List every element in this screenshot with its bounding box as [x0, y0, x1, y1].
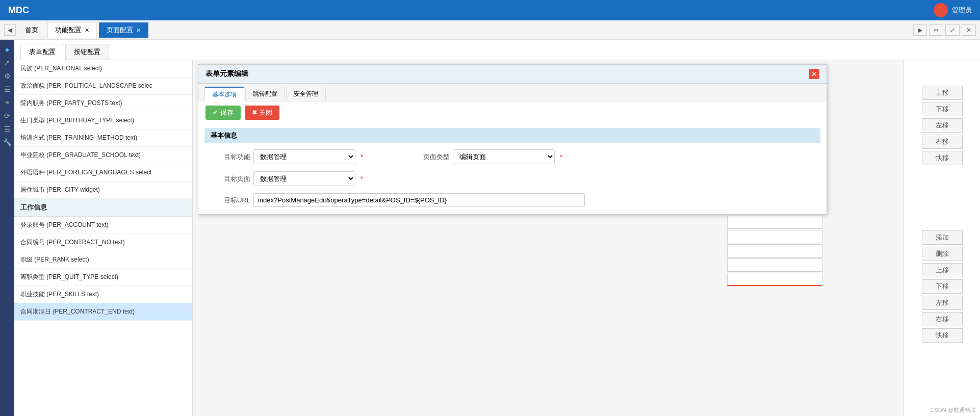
col-input-13[interactable] — [727, 273, 822, 286]
right-btn-right[interactable]: 右移 — [922, 135, 963, 149]
sidebar-icon-menu1[interactable]: ☰ — [2, 84, 13, 95]
tab-func-close[interactable]: ✕ — [85, 27, 89, 34]
form-group-target-func: 目标功能 数据管理 * — [215, 149, 363, 164]
required-star-3: * — [360, 175, 363, 183]
target-page-label: 目标页面 — [215, 174, 250, 184]
section-work-header: 工作信息 — [14, 199, 192, 217]
sidebar-icon-menu3[interactable]: ☰ — [2, 123, 13, 135]
form-group-page-type: 页面类型 编辑页面 * — [414, 149, 562, 164]
sidebar-icon-chart[interactable]: ↗ — [2, 57, 13, 68]
inner-tabs: 表单配置 按钮配置 — [14, 40, 980, 60]
right-btn-up2[interactable]: 上移 — [922, 263, 963, 277]
list-item[interactable]: 职级 (PER_RANK select) — [14, 251, 192, 269]
target-func-label: 目标功能 — [215, 152, 250, 162]
list-item[interactable]: 毕业院校 (PER_GRADUATE_SCHOOL text) — [14, 147, 192, 164]
form-row-1: 目标功能 数据管理 * 页面类型 编辑页面 — [204, 149, 820, 164]
form-row-3: 目标URL — [204, 193, 820, 207]
col-input-9[interactable] — [727, 216, 822, 229]
nav-next-btn[interactable]: ▶ — [913, 24, 927, 36]
modal-close-btn[interactable]: ✕ — [809, 69, 819, 79]
expand-btn[interactable]: ⇔ — [929, 24, 943, 36]
section-basic-info: 基本信息 目标功能 数据管理 * 页面类型 — [204, 128, 820, 207]
modal-tab-security[interactable]: 安全管理 — [286, 87, 326, 101]
sidebar-icon-refresh[interactable]: ⟳ — [2, 110, 13, 121]
sidebar-icon-dot[interactable]: ● — [2, 44, 13, 55]
tab-btn-config[interactable]: 按钮配置 — [65, 44, 109, 60]
user-name: 管理员 — [952, 6, 972, 15]
right-btn-right2[interactable]: 右移 — [922, 312, 963, 326]
page-type-label: 页面类型 — [414, 152, 450, 162]
modal-save-btn[interactable]: ✔ 保存 — [205, 106, 241, 120]
sidebar-icon-gear[interactable]: ⚙ — [2, 70, 13, 82]
list-item[interactable]: 离职类型 (PER_QUIT_TYPE select) — [14, 269, 192, 286]
modal-header: 表单元素编辑 ✕ — [198, 65, 827, 84]
right-btn-down2[interactable]: 下移 — [922, 279, 963, 294]
col-input-11[interactable] — [727, 244, 822, 257]
fullscreen-btn[interactable]: ⤢ — [945, 24, 960, 36]
target-url-input[interactable] — [253, 193, 585, 207]
tabbar: ◀ 首页 功能配置 ✕ 页面配置 ✕ ▶ ⇔ ⤢ ✕ — [0, 20, 980, 40]
app-header: MDC 📍 管理员 — [0, 0, 980, 20]
right-btn-left[interactable]: 左移 — [922, 118, 963, 133]
tabbar-left: ◀ 首页 功能配置 ✕ 页面配置 ✕ — [4, 22, 148, 38]
modal-title: 表单元素编辑 — [205, 69, 248, 79]
watermark: CSDN @数通畅联 — [931, 406, 976, 414]
col-input-10[interactable] — [727, 230, 822, 243]
form-row-2: 目标页面 数据管理 * — [204, 171, 820, 186]
target-url-label: 目标URL — [215, 196, 250, 205]
tab-func-config[interactable]: 功能配置 ✕ — [47, 22, 97, 38]
content-main: 民族 (PER_NATIONAL select) 政治面貌 (PER_POLIT… — [14, 60, 980, 416]
right-btn-up[interactable]: 上移 — [922, 86, 963, 100]
target-func-select[interactable]: 数据管理 — [253, 149, 355, 164]
tab-home[interactable]: 首页 — [18, 22, 45, 38]
modal-tabs: 基本选项 跳转配置 安全管理 — [198, 84, 827, 101]
section-basic-header: 基本信息 — [204, 128, 820, 143]
right-btn-down[interactable]: 下移 — [922, 102, 963, 116]
list-item[interactable]: 培训方式 (PER_TRAINING_METHOD text) — [14, 129, 192, 147]
tab-page-close[interactable]: ✕ — [136, 27, 141, 34]
right-btn-fast2[interactable]: 快移 — [922, 328, 963, 343]
right-panel: 上移 下移 左移 右移 快移 添加 删除 上移 下移 左移 右移 快移 — [904, 60, 980, 416]
modal-close-action-btn[interactable]: ✖ 关闭 — [245, 106, 280, 120]
right-btn-add[interactable]: 添加 — [922, 230, 963, 245]
list-item[interactable]: 生日类型 (PER_BIRTHDAY_TYPE select) — [14, 112, 192, 129]
center-area: ↺重置 +新增分组 ✔保存 表单元素编辑 ✕ 基本选项 跳转配置 安全管 — [193, 60, 904, 416]
page-type-select[interactable]: 编辑页面 — [453, 149, 555, 164]
tab-form-config[interactable]: 表单配置 — [20, 44, 64, 60]
form-group-target-url: 目标URL — [215, 193, 585, 207]
header-right: 📍 管理员 — [934, 3, 972, 17]
modal-tab-jump[interactable]: 跳转配置 — [245, 87, 285, 101]
left-list: 民族 (PER_NATIONAL select) 政治面貌 (PER_POLIT… — [14, 60, 193, 416]
left-sidebar: ● ↗ ⚙ ☰ ≡ ⟳ ☰ 🔧 — [0, 40, 14, 416]
right-btn-fast[interactable]: 快移 — [922, 151, 963, 165]
list-item[interactable]: 登录账号 (PER_ACCOUNT text) — [14, 217, 192, 234]
tab-page-config[interactable]: 页面配置 ✕ — [99, 22, 148, 38]
content-area: 表单配置 按钮配置 民族 (PER_NATIONAL select) 政治面貌 … — [14, 40, 980, 416]
required-star-2: * — [560, 153, 562, 161]
list-item[interactable]: 合同编号 (PER_CONTRACT_NO text) — [14, 234, 192, 251]
right-btn-delete[interactable]: 删除 — [922, 247, 963, 261]
right-btn-left2[interactable]: 左移 — [922, 296, 963, 310]
modal-tab-basic[interactable]: 基本选项 — [204, 87, 244, 101]
tabbar-right: ▶ ⇔ ⤢ ✕ — [913, 24, 976, 36]
app-title: MDC — [8, 5, 29, 16]
list-item[interactable]: 居住城市 (PER_CITY widget) — [14, 181, 192, 199]
main-layout: ● ↗ ⚙ ☰ ≡ ⟳ ☰ 🔧 表单配置 按钮配置 民族 (PER_NATION… — [0, 40, 980, 416]
list-item[interactable]: 职业技能 (PER_SKILLS text) — [14, 286, 192, 303]
required-star-1: * — [360, 153, 363, 161]
sidebar-icon-wrench[interactable]: 🔧 — [2, 137, 13, 148]
target-page-select[interactable]: 数据管理 — [253, 171, 355, 186]
form-group-target-page: 目标页面 数据管理 * — [215, 171, 363, 186]
list-item[interactable]: 政治面貌 (PER_POLITICAL_LANDSCAPE selec — [14, 77, 192, 95]
list-item[interactable]: 民族 (PER_NATIONAL select) — [14, 60, 192, 77]
modal-box: 表单元素编辑 ✕ 基本选项 跳转配置 安全管理 ✔ 保存 ✖ 关闭 — [198, 64, 827, 215]
close-tab-btn[interactable]: ✕ — [962, 24, 976, 36]
col-input-12[interactable] — [727, 258, 822, 272]
location-icon: 📍 — [934, 3, 948, 17]
list-item[interactable]: 外语语种 (PER_FOREIGN_LANGUAGES select — [14, 164, 192, 181]
sidebar-icon-menu2[interactable]: ≡ — [2, 97, 13, 108]
modal-action-bar: ✔ 保存 ✖ 关闭 — [198, 101, 827, 124]
list-item[interactable]: 院内职务 (PER_PARTY_POSTS text) — [14, 95, 192, 112]
list-item-selected[interactable]: 合同期满日 (PER_CONTRACT_END text) — [14, 303, 192, 321]
nav-prev-btn[interactable]: ◀ — [4, 24, 16, 36]
